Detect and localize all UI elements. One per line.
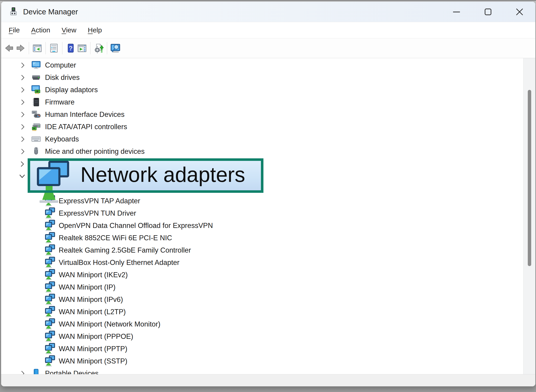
device-manager-window: Device Manager File Action View Help <box>1 1 536 387</box>
display-adapter-icon <box>31 85 41 95</box>
tree-item-label: ExpressVPN TUN Driver <box>59 209 136 217</box>
maximize-button[interactable] <box>472 2 504 22</box>
chevron-right-icon[interactable] <box>20 87 26 93</box>
status-bar <box>1 374 535 386</box>
tree-item-computer[interactable]: Computer <box>1 59 535 71</box>
tree-item-label: Mice and other pointing devices <box>45 147 145 156</box>
network-adapter-icon <box>45 294 56 306</box>
tree-item-label: Computer <box>45 61 76 69</box>
svg-text:?: ? <box>69 45 73 52</box>
chevron-right-icon[interactable] <box>20 136 26 142</box>
tree-item-mice[interactable]: Mice and other pointing devices <box>1 145 535 158</box>
window-controls <box>441 2 535 22</box>
tree-item-firmware[interactable]: Firmware <box>1 96 535 108</box>
network-icon-stand <box>42 193 56 200</box>
tree-item-network-adapter[interactable]: Realtek 8852CE WiFi 6E PCI-E NIC <box>1 232 535 244</box>
firmware-icon <box>31 97 41 107</box>
close-button[interactable] <box>504 2 535 22</box>
tree-item-network-adapter[interactable]: WAN Miniport (L2TP) <box>1 306 535 318</box>
toolbar: ? <box>1 38 535 58</box>
tree-item-label: WAN Miniport (L2TP) <box>59 308 126 316</box>
menu-file[interactable]: File <box>3 24 25 36</box>
tree-item-network-adapter[interactable]: WAN Miniport (PPPOE) <box>1 330 535 343</box>
tree-item-network-adapter[interactable]: Realtek Gaming 2.5GbE Family Controller <box>1 244 535 257</box>
chevron-right-icon[interactable] <box>20 62 26 68</box>
show-hide-console-tree-button[interactable] <box>32 41 43 55</box>
chevron-right-icon[interactable] <box>20 112 26 117</box>
network-adapter-icon <box>45 207 56 219</box>
menu-help[interactable]: Help <box>82 24 108 36</box>
tree-item-network-adapter[interactable]: WAN Miniport (IP) <box>1 281 535 294</box>
back-button[interactable] <box>3 41 15 55</box>
tree-item-network-adapter[interactable]: ExpressVPN TUN Driver <box>1 207 535 219</box>
forward-button[interactable] <box>15 41 26 55</box>
toolbar-separator <box>107 42 107 54</box>
tree-item-network-adapter[interactable]: OpenVPN Data Channel Offload for Express… <box>1 219 535 232</box>
menu-view[interactable]: View <box>56 24 82 36</box>
disk-drive-icon <box>31 72 41 83</box>
tree-item-label: Realtek Gaming 2.5GbE Family Controller <box>59 246 191 254</box>
chevron-right-icon[interactable] <box>20 99 26 105</box>
tree-item-label: WAN Miniport (IKEv2) <box>59 271 128 279</box>
minimize-button[interactable] <box>441 2 472 22</box>
portable-devices-icon <box>31 368 41 374</box>
chevron-right-icon[interactable] <box>20 371 26 374</box>
network-adapters-highlight[interactable]: Network adapters <box>28 158 263 193</box>
action-pane-icon <box>77 43 87 53</box>
minimize-icon <box>453 8 460 16</box>
tree-item-network-adapter[interactable]: VirtualBox Host-Only Ethernet Adapter <box>1 257 535 269</box>
tree-item-label: OpenVPN Data Channel Offload for Express… <box>59 222 213 230</box>
tree-item-portable-devices[interactable]: Portable Devices <box>1 367 535 374</box>
network-adapters-icon <box>36 161 70 190</box>
network-adapter-icon <box>45 281 56 293</box>
network-adapters-row[interactable]: Network adapters <box>1 158 535 193</box>
tree-item-label: Disk drives <box>45 74 80 82</box>
menu-action[interactable]: Action <box>25 24 56 36</box>
help-button[interactable]: ? <box>65 41 76 55</box>
tree-item-label: WAN Miniport (SSTP) <box>59 357 127 365</box>
tree-item-network-adapter[interactable]: ExpressVPN TAP Adapter <box>1 195 535 207</box>
tree-item-label: WAN Miniport (IPv6) <box>59 295 123 304</box>
tree-item-ide-controllers[interactable]: IDE ATA/ATAPI controllers <box>1 121 535 133</box>
tree-item-network-adapter[interactable]: WAN Miniport (IKEv2) <box>1 269 535 281</box>
tree-item-label: Portable Devices <box>45 369 98 374</box>
network-adapter-icon <box>45 220 56 232</box>
device-manager-icon <box>9 7 19 17</box>
hid-icon <box>31 109 41 120</box>
window-title: Device Manager <box>23 8 78 16</box>
tree-item-label: WAN Miniport (PPPOE) <box>59 332 133 341</box>
chevron-right-icon[interactable] <box>20 75 26 80</box>
chevron-down-icon[interactable] <box>19 174 25 179</box>
toolbar-separator <box>45 42 46 54</box>
tree-item-label: WAN Miniport (PPTP) <box>59 345 127 353</box>
hidden-row-chevron-right-icon[interactable] <box>20 161 25 167</box>
properties-icon <box>49 43 59 53</box>
scrollbar-thumb[interactable] <box>528 90 531 266</box>
properties-button[interactable] <box>48 41 60 55</box>
tree-item-label: Human Interface Devices <box>45 110 124 119</box>
tree-item-network-adapter[interactable]: WAN Miniport (IPv6) <box>1 294 535 306</box>
tree-item-keyboards[interactable]: Keyboards <box>1 133 535 145</box>
menubar: File Action View Help <box>1 22 535 38</box>
tree-item-label: IDE ATA/ATAPI controllers <box>45 123 127 131</box>
tree-item-human-interface-devices[interactable]: Human Interface Devices <box>1 108 535 121</box>
network-icon-base <box>39 200 58 203</box>
show-hide-action-pane-button[interactable] <box>76 41 88 55</box>
tree-item-display-adaptors[interactable]: Display adaptors <box>1 84 535 96</box>
tree-item-disk-drives[interactable]: Disk drives <box>1 71 535 84</box>
tree-item-network-adapter[interactable]: WAN Miniport (PPTP) <box>1 343 535 355</box>
tree-item-network-adapter[interactable]: WAN Miniport (SSTP) <box>1 355 535 367</box>
scan-hardware-icon <box>110 43 121 53</box>
tree-item-network-adapter[interactable]: WAN Miniport (Network Monitor) <box>1 318 535 330</box>
chevron-right-icon[interactable] <box>20 124 26 130</box>
scan-for-hardware-changes-button[interactable] <box>110 41 121 55</box>
vertical-scrollbar[interactable] <box>523 58 535 374</box>
update-driver-button[interactable] <box>93 41 104 55</box>
chevron-right-icon[interactable] <box>20 149 26 154</box>
network-adapter-icon <box>45 306 56 318</box>
toolbar-separator <box>62 42 62 54</box>
maximize-icon <box>484 8 492 16</box>
titlebar[interactable]: Device Manager <box>1 2 535 22</box>
close-icon <box>516 8 523 16</box>
network-adapter-icon <box>45 232 56 244</box>
